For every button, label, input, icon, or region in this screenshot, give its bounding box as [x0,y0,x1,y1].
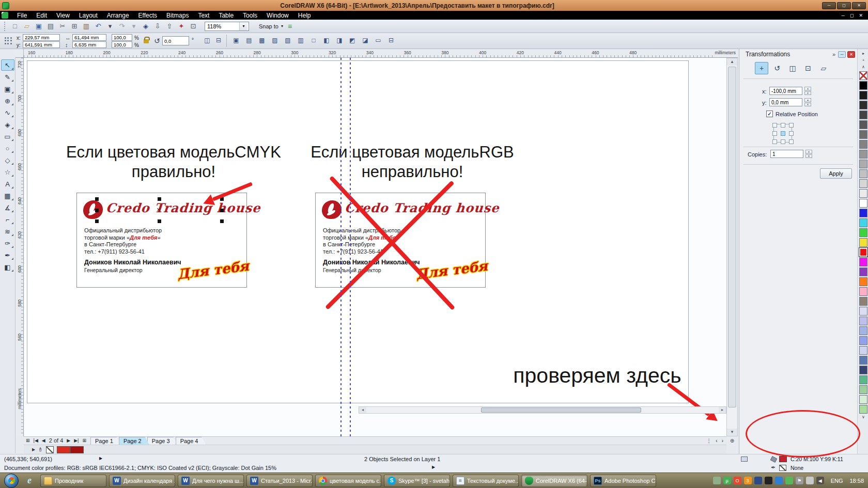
palette-color-swatch[interactable] [859,317,867,325]
display-tray-icon[interactable] [754,477,762,484]
print-button[interactable]: ▤ [45,21,56,32]
menu-item[interactable]: Effects [134,11,162,20]
zoom-tool[interactable]: ⊕ [1,95,14,106]
palette-color-swatch[interactable] [859,356,867,365]
color-eyedropper-tool[interactable]: ✑ [1,238,14,249]
align-distribute-button[interactable]: ▤ [243,35,255,45]
canvas[interactable]: Если цветовая модельCMYK правильно! Если… [24,58,726,436]
taskbar-button[interactable]: цветовая модель с... [315,475,381,487]
settings-tray-icon[interactable] [775,477,783,484]
ellipse-tool[interactable]: ○ [1,143,14,154]
copy-properties-button[interactable]: ▣ [230,35,242,45]
document-close-button[interactable]: ✕ [859,13,863,18]
trim-button[interactable]: ◧ [321,35,332,45]
network-tray-icon[interactable] [806,477,814,484]
utorrent-tray-icon[interactable]: µ [723,477,731,484]
clock[interactable]: 18:58 [849,478,864,484]
scroll-up-icon[interactable]: ▲ [727,58,737,66]
taskbar-button[interactable]: ≡ Текстовый докуме... [453,475,519,487]
last-page-icon[interactable]: ▶| [74,438,79,443]
palette-color-swatch[interactable] [859,169,867,178]
copy-button[interactable]: ⊞ [69,21,80,32]
ungroup-button[interactable]: ▥ [295,35,306,45]
object-width-input[interactable] [72,34,106,41]
x-spinner[interactable] [804,87,811,95]
back-minus-front-button[interactable]: ▭ [373,35,384,45]
size-transform-tab[interactable]: ⊡ [801,62,815,74]
page-tab[interactable]: Page 1 [90,437,121,445]
menu-item[interactable]: Bitmaps [162,11,193,20]
object-height-input[interactable] [72,41,106,48]
palette-color-swatch[interactable] [859,248,867,257]
palette-color-swatch[interactable] [859,130,867,139]
vertical-scrollbar[interactable]: ▲ ▼ [726,58,738,436]
save-button[interactable]: ▣ [33,21,44,32]
start-button[interactable] [4,474,19,488]
intersect-button[interactable]: ◨ [334,35,345,45]
docker-chevron-icon[interactable]: » [832,51,835,57]
basic-shapes-tool[interactable]: ☆ [1,166,14,178]
docker-close-button[interactable]: ✕ [847,51,855,58]
palette-color-swatch[interactable] [859,287,867,296]
palette-color-swatch[interactable] [859,297,867,306]
update-tray-icon[interactable]: 3 [744,477,752,484]
check-here-text[interactable]: проверяем здесь [478,364,716,388]
anchor-point-selector[interactable] [770,121,795,146]
selection-handle[interactable] [95,197,99,201]
menu-item[interactable]: View [52,11,74,20]
maximize-button[interactable]: ◻ [837,2,851,9]
simplify-button[interactable]: ◩ [347,35,358,45]
menu-item[interactable]: File [12,11,32,20]
object-y-input[interactable] [23,41,60,48]
palette-color-swatch[interactable] [859,366,867,374]
guideline[interactable] [340,58,342,436]
palette-color-swatch[interactable] [859,218,867,227]
menu-item[interactable]: Table [214,11,238,20]
zoom-level-input[interactable] [205,23,239,29]
palette-color-swatch[interactable] [859,375,867,384]
selection-handle[interactable] [158,219,161,223]
pick-tool[interactable]: ↖ [1,59,14,71]
crop-tool[interactable]: ▣ [1,83,14,95]
no-color-swatch[interactable] [859,71,867,80]
previous-page-icon[interactable]: ◀ [42,438,45,443]
polygon-tool[interactable]: ◇ [1,154,14,166]
search-content-button[interactable]: ◈ [140,21,151,32]
outline-pen-tool[interactable]: ✒ [1,249,14,261]
next-page-icon[interactable]: ▶ [67,438,70,443]
selection-center-icon[interactable]: × [157,206,161,213]
taskbar-button[interactable]: S Skype™ [3] - svetah... [384,475,450,487]
palette-color-swatch[interactable] [859,140,867,149]
menu-item[interactable]: Arrange [102,11,134,20]
export-button[interactable]: ⇧ [164,21,175,32]
selection-handle[interactable] [158,197,161,201]
taskbar-button[interactable]: W Для чего нужна ш... [178,475,244,487]
freehand-tool[interactable]: ∿ [1,107,14,118]
rotate-transform-tab[interactable]: ↺ [770,62,784,74]
palette-color-swatch[interactable] [859,91,867,100]
palette-color-swatch[interactable] [859,150,867,159]
tab-scroll-right-icon[interactable]: › [722,438,723,444]
internet-explorer-icon[interactable]: e [22,475,37,487]
document-color-swatch[interactable] [57,446,70,453]
application-launcher-button[interactable]: ✦ [176,21,187,32]
document-color-swatch[interactable] [70,446,84,453]
scale-mirror-transform-tab[interactable]: ◫ [786,62,799,74]
table-tool[interactable]: ▦ [1,190,14,201]
page-tab[interactable]: Page 3 [147,437,178,445]
import-button[interactable]: ⇩ [152,21,163,32]
copies-input[interactable] [770,150,803,158]
combine-button[interactable]: ▨ [269,35,281,45]
document-restore-button[interactable]: ◻ [850,13,854,18]
coords-flyout-icon[interactable]: ▶ [99,456,102,461]
front-minus-back-button[interactable]: ◪ [360,35,371,45]
business-card-cmyk[interactable]: Credo Trading house Официальный дистрибь… [76,193,247,288]
palette-color-swatch[interactable] [859,346,867,355]
connector-tool[interactable]: ⌐ [1,214,14,225]
menu-item[interactable]: Layout [74,11,102,20]
palette-color-swatch[interactable] [859,101,867,109]
dimension-tool[interactable]: ∡ [1,202,14,213]
apply-button[interactable]: Apply [820,168,852,179]
scale-x-input[interactable] [112,34,132,41]
group-button[interactable]: ▧ [282,35,293,45]
